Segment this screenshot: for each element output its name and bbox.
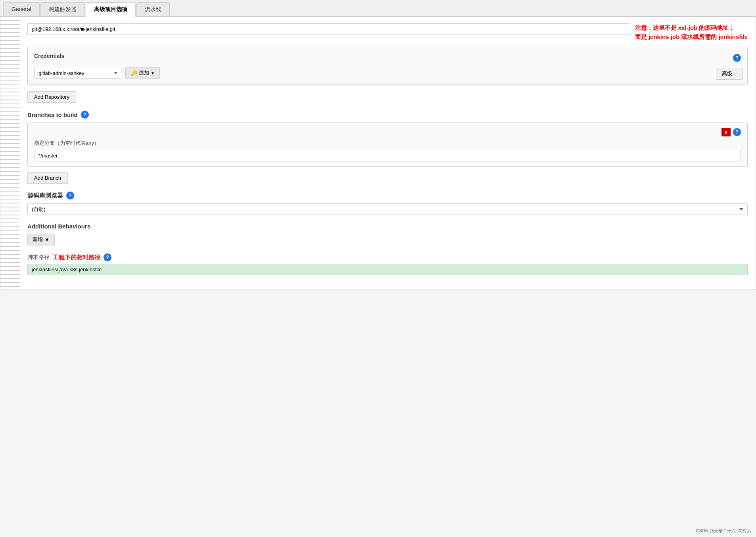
add-credentials-button[interactable]: 🔑 添加 ▼: [125, 67, 160, 79]
script-path-help-icon[interactable]: ?: [104, 253, 111, 261]
script-path-input[interactable]: [27, 264, 748, 275]
additional-behaviours-section: Additional Behaviours 新增 ▼: [27, 223, 748, 245]
credentials-select[interactable]: gitlab-admin-sshkey: [34, 68, 121, 79]
branch-input[interactable]: [34, 150, 741, 161]
additional-label-row: Additional Behaviours: [27, 223, 748, 230]
branches-section-title: Branches to build ?: [27, 111, 748, 119]
key-icon: 🔑: [130, 70, 137, 76]
annotation-block: 注意：这里不是 xxl-job 的源码地址； 而是 jenkins job 流水…: [635, 23, 748, 41]
branch-label-text: 指定分支（为空时代表any）: [34, 140, 99, 147]
add-credentials-arrow-icon: ▼: [151, 71, 155, 75]
branch-block-header: x ?: [34, 128, 741, 136]
add-branch-button[interactable]: Add Branch: [27, 172, 68, 184]
tab-general[interactable]: General: [3, 2, 40, 16]
form-area: 注意：这里不是 xxl-job 的源码地址； 而是 jenkins job 流水…: [19, 17, 756, 290]
credentials-section: Credentials ? gitlab-admin-sshkey 🔑 添加 ▼…: [27, 47, 748, 85]
credentials-label: Credentials: [34, 53, 64, 59]
branches-title-text: Branches to build: [27, 111, 78, 118]
annotation-line2: 而是 jenkins job 流水线所需的 jenkinsfile: [635, 33, 748, 42]
additional-label: Additional Behaviours: [27, 223, 90, 230]
source-browser-section: 源码库浏览器 ? (自动): [27, 192, 748, 215]
content-wrapper: 注意：这里不是 xxl-job 的源码地址； 而是 jenkins job 流水…: [0, 17, 756, 290]
credentials-help-icon[interactable]: ?: [733, 54, 741, 62]
add-repository-button[interactable]: Add Repository: [27, 91, 76, 103]
repo-url-annotation-area: 注意：这里不是 xxl-job 的源码地址； 而是 jenkins job 流水…: [27, 23, 748, 41]
credentials-header-row: Credentials ?: [34, 53, 741, 63]
credentials-row: gitlab-admin-sshkey 🔑 添加 ▼: [34, 67, 741, 79]
branch-block: x ? 指定分支（为空时代表any）: [27, 123, 748, 167]
branch-label: 指定分支（为空时代表any）: [34, 140, 741, 147]
script-path-label: 脚本路径: [27, 254, 50, 261]
advanced-button[interactable]: 高级...: [716, 68, 743, 80]
source-browser-select[interactable]: (自动): [27, 203, 748, 215]
tab-pipeline[interactable]: 流水线: [136, 2, 170, 16]
repo-url-input[interactable]: [27, 23, 630, 35]
script-path-annotation: 工程下的相对路径: [53, 254, 100, 261]
annotation-line1: 注意：这里不是 xxl-job 的源码地址；: [635, 23, 748, 33]
new-add-arrow-icon: ▼: [44, 237, 50, 243]
new-add-label: 新增: [33, 236, 43, 243]
new-add-button[interactable]: 新增 ▼: [27, 234, 55, 245]
script-path-section: 脚本路径 工程下的相对路径 ?: [27, 253, 748, 275]
source-browser-label-row: 源码库浏览器 ?: [27, 192, 748, 199]
source-browser-label: 源码库浏览器: [27, 192, 63, 199]
tab-advanced-options[interactable]: 高级项目选项: [86, 2, 136, 17]
branch-block-help-icon[interactable]: ?: [733, 128, 741, 136]
source-browser-help-icon[interactable]: ?: [66, 192, 74, 199]
main-content: 注意：这里不是 xxl-job 的源码地址； 而是 jenkins job 流水…: [0, 17, 756, 290]
tab-build-trigger[interactable]: 构建触发器: [40, 2, 85, 16]
tab-bar: General 构建触发器 高级项目选项 流水线: [0, 0, 756, 17]
add-credentials-label: 添加: [139, 69, 149, 77]
script-path-header: 脚本路径 工程下的相对路径 ?: [27, 253, 748, 261]
branches-help-icon[interactable]: ?: [81, 111, 89, 119]
left-decoration: [0, 17, 19, 290]
delete-branch-button[interactable]: x: [721, 128, 731, 136]
